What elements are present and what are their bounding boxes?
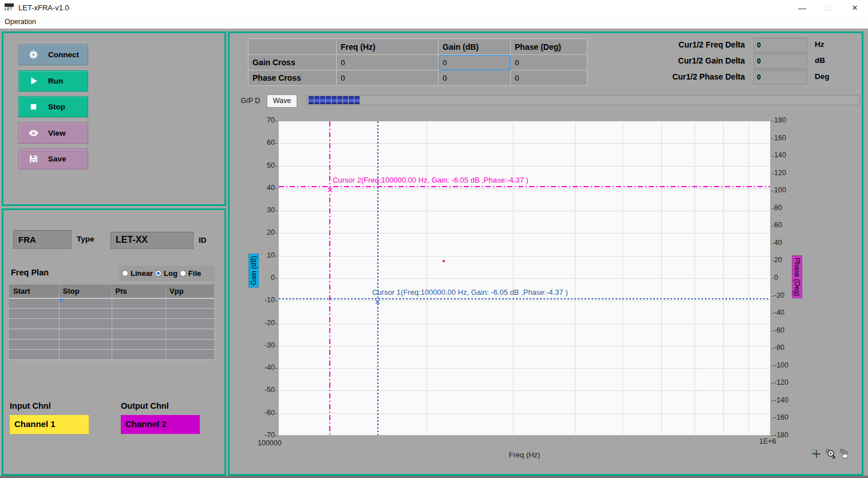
freq-table-cell[interactable] <box>10 298 60 309</box>
close-button[interactable]: × <box>842 0 868 16</box>
view-button[interactable]: View <box>18 123 88 144</box>
freq-plan-mode-linear[interactable]: Linear <box>122 269 153 278</box>
cursor-1-vline[interactable] <box>377 121 378 435</box>
phase-tick-mark <box>771 243 774 244</box>
h-gridline <box>278 233 771 234</box>
phase-axis-label[interactable]: Phase (Deg) <box>792 255 802 298</box>
freq-table-cell[interactable] <box>166 339 215 350</box>
phase-tick-label: 40 <box>774 239 782 247</box>
freq-table-cell[interactable] <box>59 339 112 350</box>
gain-tick-label: -70 <box>230 431 275 439</box>
gain-tick-label: 10 <box>230 251 275 259</box>
phase-tick-mark <box>771 191 774 191</box>
window-title: LET-xFRA-v1.0 <box>18 3 69 12</box>
analysis-panel: Freq (Hz)Gain (dB)Phase (Deg)Gain Cross0… <box>228 31 863 476</box>
freq-table-row <box>10 298 215 309</box>
log-radio-selected[interactable] <box>155 270 161 276</box>
phase-tick-label: -40 <box>774 309 784 317</box>
input-chnl-value: Channel 1 <box>14 419 56 429</box>
freq-table-row <box>10 319 215 329</box>
freq-table-cell[interactable] <box>166 319 215 329</box>
gain-tick-label: -50 <box>230 386 275 394</box>
h-gridline <box>278 143 771 144</box>
freq-table-cell[interactable] <box>10 319 60 329</box>
run-button-label: Run <box>48 77 63 85</box>
bode-plot[interactable]: Gain (dB) Phase (Deg) 100000 1E+6 Freq (… <box>230 33 862 474</box>
phase-tick-mark <box>771 383 774 384</box>
linear-radio[interactable] <box>122 270 128 276</box>
freq-plan-mode-log[interactable]: Log <box>155 269 177 278</box>
cursor-move-tool[interactable] <box>811 449 822 461</box>
zoom-tool[interactable] <box>826 449 836 461</box>
radio-label: File <box>188 269 201 278</box>
phase-tick-label: -60 <box>774 326 784 334</box>
freq-table-cell[interactable] <box>166 329 215 339</box>
device-type-field[interactable]: FRA <box>13 230 72 249</box>
minimize-button[interactable]: — <box>789 0 815 16</box>
stop-icon <box>28 101 39 112</box>
pan-tool[interactable] <box>840 449 850 461</box>
gain-tick-mark <box>275 278 278 279</box>
freq-table-cell[interactable] <box>112 329 166 339</box>
freq-table-cell[interactable] <box>10 309 60 319</box>
device-id-label: ID <box>199 236 207 244</box>
freq-table-cell[interactable] <box>112 350 166 360</box>
save-button[interactable]: Save <box>18 148 88 169</box>
cursor-2-hline[interactable] <box>279 186 770 187</box>
menu-item-operation[interactable]: Operation <box>0 16 41 27</box>
freq-table-cell[interactable] <box>59 319 112 329</box>
freq-table-cell[interactable] <box>166 350 215 360</box>
freq-table-cell[interactable] <box>10 339 60 350</box>
output-chnl-selector[interactable]: Channel 2 <box>121 415 200 434</box>
freq-table-cell[interactable] <box>112 339 166 350</box>
phase-tick-label: -100 <box>774 361 788 369</box>
connect-button[interactable]: Connect <box>18 44 88 65</box>
h-gridline <box>278 211 771 211</box>
device-id-field[interactable]: LET-XX <box>111 232 194 249</box>
freq-table-row <box>10 350 215 360</box>
gain-tick-label: 30 <box>230 206 275 214</box>
freq-table-header-start: Start <box>10 285 60 298</box>
file-radio[interactable] <box>180 270 186 276</box>
play-icon <box>28 76 39 86</box>
freq-table-cell[interactable] <box>112 319 166 329</box>
run-button[interactable]: Run <box>18 70 88 92</box>
freq-table-cell[interactable] <box>59 298 112 309</box>
freq-table-cell[interactable] <box>59 309 112 319</box>
cursor-2-vline[interactable] <box>329 121 330 435</box>
freq-table-cell[interactable] <box>112 298 166 309</box>
gain-tick-label: 60 <box>230 139 275 147</box>
stop-button[interactable]: Stop <box>18 96 88 117</box>
gain-tick-mark <box>275 413 278 414</box>
device-id-value: LET-XX <box>111 232 193 245</box>
input-chnl-label: Input Chnl <box>10 401 51 410</box>
gain-tick-label: -30 <box>230 341 275 349</box>
freq-table-cell[interactable] <box>10 350 60 360</box>
cursor-2-marker[interactable] <box>328 184 333 189</box>
cursor-1-hline[interactable] <box>279 298 770 299</box>
h-gridline <box>278 346 771 346</box>
freq-plan-table[interactable]: StartStopPtsVpp <box>9 285 215 360</box>
phase-tick-label: 160 <box>774 134 786 142</box>
phase-tick-mark <box>771 173 774 174</box>
gain-tick-mark <box>275 368 278 369</box>
freq-table-cell[interactable] <box>112 309 166 319</box>
gain-tick-mark <box>275 436 278 436</box>
freq-table-cell[interactable] <box>59 329 112 339</box>
freq-plan-mode-file[interactable]: File <box>180 269 201 278</box>
x-axis-title: Freq (Hz) <box>278 451 771 459</box>
input-chnl-selector[interactable]: Channel 1 <box>10 415 89 434</box>
freq-table-cell[interactable] <box>59 350 112 360</box>
phase-tick-label: -160 <box>774 413 788 421</box>
freq-table-cell[interactable] <box>10 329 60 339</box>
maximize-button[interactable]: □ <box>815 0 842 16</box>
phase-tick-mark <box>771 121 774 121</box>
freq-plan-label: Freq Plan <box>11 268 49 277</box>
window-titlebar[interactable]: LET LET-xFRA-v1.0 — □ × <box>0 0 868 16</box>
freq-table-cell[interactable] <box>166 298 215 309</box>
cursor-1-marker[interactable] <box>375 297 380 302</box>
phase-tick-mark <box>771 139 774 139</box>
stop-button-label: Stop <box>48 102 65 111</box>
freq-table-cell[interactable] <box>166 309 215 319</box>
phase-tick-label: 100 <box>774 186 786 194</box>
